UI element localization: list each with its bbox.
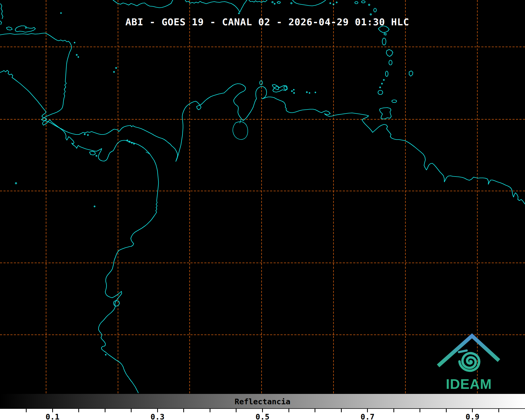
colorbar-tick <box>498 409 499 412</box>
colorbar-tick <box>446 409 447 412</box>
island-tobago <box>392 100 397 103</box>
islet <box>294 92 295 93</box>
islet <box>336 2 337 3</box>
colorbar-tick <box>315 409 315 412</box>
islet <box>74 42 75 43</box>
colorbar-tick-label: 0.5 <box>251 412 275 420</box>
coast-cuba <box>113 0 173 8</box>
islet <box>315 92 316 93</box>
islet <box>381 83 382 84</box>
colorbar-tick <box>26 409 27 412</box>
island-coiba <box>89 151 95 155</box>
image-title: ABI - GOES 19 - CANAL 02 - 2026-04-29 01… <box>0 17 525 27</box>
islet <box>309 92 310 93</box>
colorbar-tick <box>157 409 158 412</box>
colorbar-tick <box>210 409 210 412</box>
islet <box>127 140 128 141</box>
ideam-logo: IDEAM <box>432 330 506 394</box>
islet <box>330 3 331 4</box>
colorbar-tick-label: 0.9 <box>461 412 485 420</box>
colorbar-tick <box>262 409 263 412</box>
islet <box>15 183 17 184</box>
island-trinidad <box>380 108 391 119</box>
islet <box>370 14 372 15</box>
island-barbados <box>409 71 413 76</box>
coast-hispaniola <box>185 0 247 12</box>
islet <box>355 2 358 4</box>
colorbar-tick <box>367 409 368 412</box>
islet <box>133 143 134 144</box>
lake-maracaibo <box>240 119 241 123</box>
island-puna <box>113 300 120 306</box>
colorbar: Reflectancia <box>0 394 525 409</box>
colorbar-tick <box>105 409 105 412</box>
coast-hispaniola <box>249 0 267 2</box>
islet <box>291 91 292 92</box>
colorbar-tick <box>78 409 79 412</box>
mountain-roof-icon <box>439 336 498 365</box>
islet <box>369 4 370 6</box>
colorbar-tick <box>472 409 473 412</box>
island-grenada <box>378 90 383 95</box>
satellite-image-viewer: ABI - GOES 19 - CANAL 02 - 2026-04-29 01… <box>0 0 525 420</box>
islet <box>383 79 384 80</box>
islet <box>274 3 275 4</box>
islet <box>291 3 292 4</box>
islet <box>380 87 381 88</box>
colorbar-axis: 0.10.30.50.70.9 <box>0 409 525 420</box>
islet <box>60 13 61 13</box>
islet <box>87 134 88 136</box>
ideam-logo-text: IDEAM <box>438 376 499 392</box>
colorbar-tick <box>236 409 237 412</box>
colorbar-tick <box>393 409 394 412</box>
islet <box>277 1 280 3</box>
islet <box>361 1 365 3</box>
colorbar-tick <box>341 409 342 412</box>
islet <box>272 2 273 3</box>
islet <box>374 8 376 12</box>
colorbar-tick <box>183 409 184 412</box>
colorbar-tick <box>52 409 53 412</box>
coast-puerto-rico <box>292 0 326 6</box>
islet <box>96 155 97 156</box>
islet <box>238 13 239 14</box>
island-margarita <box>273 85 287 92</box>
colorbar-tick-label: 0.3 <box>145 412 169 420</box>
islet <box>94 206 95 207</box>
islet <box>306 92 307 93</box>
island-martinique <box>386 50 393 56</box>
colorbar-tick <box>420 409 420 412</box>
islet <box>384 33 386 35</box>
colorbar-tick <box>288 409 289 412</box>
island-st-vincent <box>385 71 388 76</box>
island-st-lucia <box>389 60 392 65</box>
islet <box>116 67 117 68</box>
hurricane-spiral-icon <box>459 353 479 371</box>
colorbar-tick-label: 0.1 <box>40 412 64 420</box>
islet <box>113 71 115 72</box>
island-aruba <box>260 81 262 85</box>
lake-maracaibo <box>233 122 248 140</box>
islet <box>293 89 294 90</box>
colorbar-label: Reflectancia <box>0 397 525 406</box>
islet <box>105 354 106 355</box>
islet <box>84 134 85 135</box>
colorbar-tick-label: 0.7 <box>356 412 380 420</box>
islet <box>76 54 77 55</box>
island-dominica <box>382 38 386 45</box>
coast-pacific <box>0 70 158 393</box>
islet <box>78 56 79 57</box>
coast-caribbean-mainland <box>0 33 525 204</box>
colorbar-tick <box>131 409 132 412</box>
